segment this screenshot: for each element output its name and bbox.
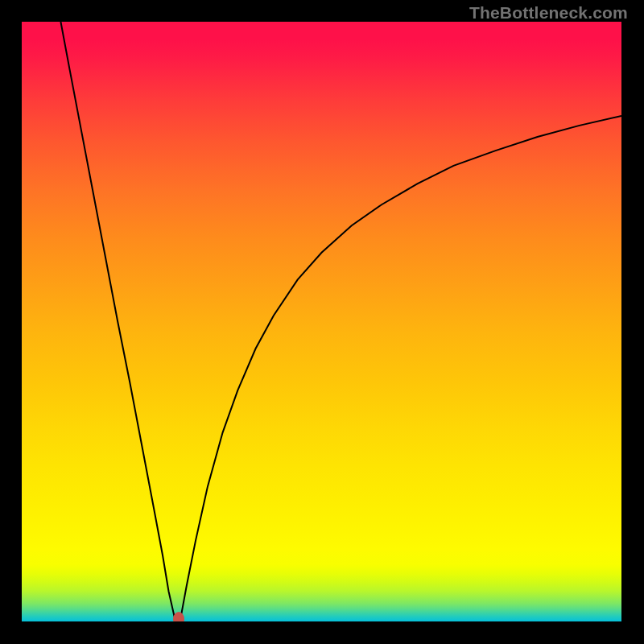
chart-frame: TheBottleneck.com: [0, 0, 644, 644]
optimal-point-dot: [173, 612, 184, 621]
curve-left-branch: [60, 22, 175, 618]
plot-area: [22, 22, 621, 621]
bottleneck-curve: [22, 22, 621, 621]
watermark-text: TheBottleneck.com: [469, 3, 628, 23]
curve-right-branch: [180, 116, 621, 618]
